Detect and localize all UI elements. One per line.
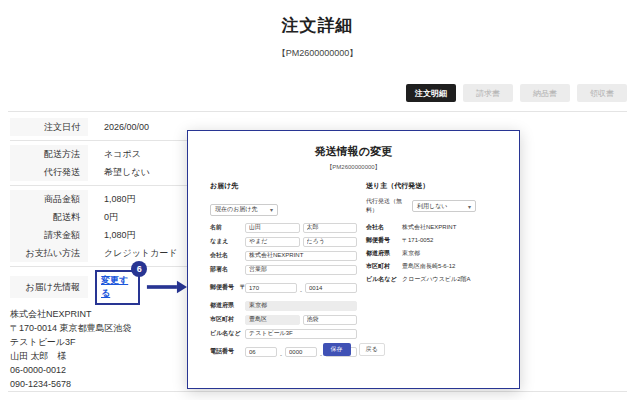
row-label: 配送方法 — [10, 145, 88, 163]
row-value: 0円 — [88, 211, 118, 224]
modal-title: 発送情報の変更 — [188, 144, 519, 159]
row-value: 1,080円 — [88, 193, 136, 206]
postal-code-1-input[interactable] — [245, 283, 297, 293]
address-line: 山田 太郎 様 — [10, 349, 188, 363]
dash-separator — [300, 279, 302, 297]
field-row-prefecture: 都道府県 — [210, 301, 357, 311]
row-label: 配送料 — [10, 208, 88, 226]
row-label: 注文日付 — [10, 118, 88, 136]
first-name-input[interactable] — [303, 223, 358, 233]
address-line: 06-0000-0012 — [10, 363, 188, 377]
order-summary-table: 注文日付 2026/00/00 配送方法 ネコポス 代行発送 希望しない 商品金… — [10, 114, 188, 267]
proxy-shipping-row: 代行発送（無料） 利用しない — [366, 197, 508, 215]
first-name-kana-input[interactable] — [303, 237, 358, 247]
prefecture-input — [245, 301, 357, 311]
town-input[interactable] — [303, 315, 358, 325]
change-address-link[interactable]: 変更する 6 — [95, 270, 140, 305]
sender-heading: 送り主（代行発送） — [366, 181, 508, 191]
step-badge: 6 — [131, 261, 147, 277]
change-link-text[interactable]: 変更する — [101, 275, 128, 298]
bottom-divider — [8, 391, 627, 392]
row-value: ネコポス — [88, 148, 141, 161]
tab-delivery-note[interactable]: 納品書 — [520, 84, 570, 102]
recipient-heading: お届け先 — [210, 181, 357, 191]
tab-order-details[interactable]: 注文明細 — [406, 84, 456, 102]
row-value: 2026/00/00 — [88, 122, 149, 132]
row-label: 代行発送 — [10, 163, 88, 181]
proxy-select-value: 利用しない — [417, 202, 447, 211]
field-row-building: ビル名など — [210, 329, 357, 339]
table-row: 配送料 0円 — [10, 208, 188, 226]
order-detail-page: 注文詳細 【PM2600000000】 注文明細 請求書 納品書 領収書 注文日… — [0, 0, 635, 400]
company-input[interactable] — [245, 251, 357, 261]
address-line: 090-1234-5678 — [10, 377, 188, 391]
row-value: 1,080円 — [88, 229, 136, 242]
shipping-info-section: お届け先情報 変更する 6 株式会社NEXPRINT 〒170-0014 東京都… — [10, 274, 188, 391]
row-value: 希望しない — [88, 166, 150, 179]
row-label: 商品金額 — [10, 190, 88, 208]
building-input[interactable] — [245, 329, 357, 339]
field-row-company: 会社名 — [210, 251, 357, 261]
save-button[interactable]: 保存 — [323, 343, 351, 356]
field-row-department: 部署名 — [210, 265, 357, 275]
order-number: 【PM2600000000】 — [0, 47, 635, 60]
tabs-divider — [8, 111, 627, 112]
last-name-kana-input[interactable] — [245, 237, 300, 247]
arrow-right-icon — [146, 279, 188, 295]
tab-receipt[interactable]: 領収書 — [577, 84, 627, 102]
row-label: お支払い方法 — [10, 244, 88, 262]
row-label: 請求金額 — [10, 226, 88, 244]
sender-row: 市区町村 豊島区南長崎5-6-12 — [366, 263, 508, 269]
sender-row: ビル名など クローズハウスビル2階A — [366, 276, 508, 282]
modal-button-row: 保存 戻る — [188, 343, 519, 356]
field-row-name: 名前 — [210, 223, 357, 233]
field-row-postal: 郵便番号 〒 — [210, 279, 357, 297]
address-select-value: 現在のお届け先 — [215, 205, 257, 214]
table-row: お支払い方法 クレジットカード — [10, 244, 188, 262]
document-tabs: 注文明細 請求書 納品書 領収書 — [406, 84, 627, 102]
sender-row: 都道府県 東京都 — [366, 250, 508, 256]
recipient-address-block: 株式会社NEXPRINT 〒170-0014 東京都豊島区池袋 テストビール3F… — [10, 307, 188, 391]
back-button[interactable]: 戻る — [359, 343, 385, 356]
address-line: 株式会社NEXPRINT — [10, 307, 188, 321]
table-group-amounts: 商品金額 1,080円 配送料 0円 請求金額 1,080円 お支払い方法 クレ… — [10, 186, 188, 267]
tab-invoice[interactable]: 請求書 — [463, 84, 513, 102]
table-row: 商品金額 1,080円 — [10, 190, 188, 208]
proxy-shipping-select[interactable]: 利用しない — [412, 200, 476, 212]
sender-column: 送り主（代行発送） 代行発送（無料） 利用しない 会社名 株式会社NEXPRIN… — [366, 181, 508, 289]
table-group-shipping: 配送方法 ネコポス 代行発送 希望しない — [10, 141, 188, 186]
recipient-column: お届け先 現在のお届け先 名前 なまえ 会社名 — [210, 181, 357, 365]
address-select[interactable]: 現在のお届け先 — [210, 204, 278, 216]
sender-row: 郵便番号 〒171-0052 — [366, 237, 508, 243]
shipping-info-label: お届け先情報 — [10, 276, 88, 298]
shipping-info-header: お届け先情報 変更する 6 — [10, 274, 188, 300]
modal-order-number: 【PM2600000000】 — [188, 163, 519, 172]
proxy-shipping-label: 代行発送（無料） — [366, 197, 412, 215]
address-line: 〒170-0014 東京都豊島区池袋 — [10, 321, 188, 335]
department-input[interactable] — [245, 265, 357, 275]
row-value: クレジットカード — [88, 247, 177, 260]
city-input — [245, 315, 300, 325]
sender-row: 会社名 株式会社NEXPRINT — [366, 224, 508, 230]
postal-code-2-input[interactable] — [305, 283, 357, 293]
table-row: 注文日付 2026/00/00 — [10, 118, 188, 136]
table-group-date: 注文日付 2026/00/00 — [10, 114, 188, 141]
last-name-input[interactable] — [245, 223, 300, 233]
table-row: 代行発送 希望しない — [10, 163, 188, 181]
table-row: 配送方法 ネコポス — [10, 145, 188, 163]
shipping-edit-modal: 発送情報の変更 【PM2600000000】 お届け先 現在のお届け先 名前 な… — [187, 130, 520, 389]
address-line: テストビール3F — [10, 335, 188, 349]
field-row-city: 市区町村 — [210, 315, 357, 325]
page-title: 注文詳細 — [0, 14, 635, 37]
table-row: 請求金額 1,080円 — [10, 226, 188, 244]
field-row-kana: なまえ — [210, 237, 357, 247]
